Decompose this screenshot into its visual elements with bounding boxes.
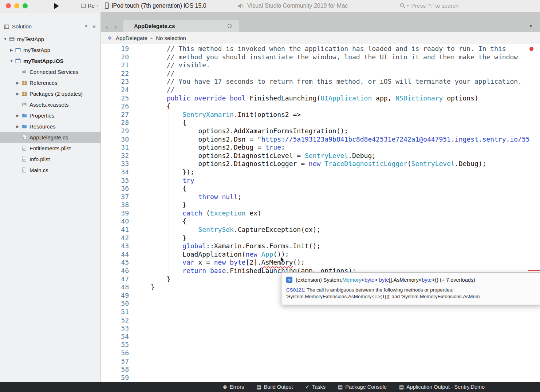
code-line-29[interactable]: 29 options2.AddXamarinFormsIntegration()… — [101, 127, 540, 135]
code-line-44[interactable]: 44 LoadApplication(new App()); — [101, 250, 540, 259]
code-line-36[interactable]: 36 { — [101, 185, 540, 193]
chevron-collapsed-icon[interactable]: ▶ — [15, 92, 21, 96]
code-text: options2.Debug = true; — [129, 143, 285, 152]
build-configuration-selector[interactable]: Re › — [81, 3, 98, 9]
sidebar-item-main-cs[interactable]: #Main.cs — [0, 165, 100, 175]
sidebar-item-entitlements-plist[interactable]: Entitlements.plist — [0, 143, 100, 154]
sidebar-item-packages-2-updates[interactable]: ▶Packages (2 updates) — [0, 88, 100, 99]
code-line-22[interactable]: 22 // — [101, 70, 540, 78]
error-code-link[interactable]: CS0121 — [286, 287, 304, 293]
code-line-38[interactable]: 38 } — [101, 201, 540, 209]
code-line-53[interactable]: 53 — [101, 324, 540, 333]
code-line-40[interactable]: 40 { — [101, 217, 540, 226]
code-line-39[interactable]: 39 catch (Exception ex) — [101, 209, 540, 218]
tab-appdelegate[interactable]: AppDelegate.cs — [123, 20, 239, 32]
code-line-52[interactable]: 52 — [101, 316, 540, 325]
code-line-51[interactable]: 51 — [101, 308, 540, 316]
code-editor[interactable]: 19 // This method is invoked when the ap… — [101, 44, 540, 382]
code-line-25[interactable]: 25 public override bool FinishedLaunchin… — [101, 94, 540, 103]
pin-panel-icon[interactable] — [84, 24, 88, 29]
code-text — [129, 341, 135, 349]
line-number: 49 — [101, 292, 129, 300]
code-line-24[interactable]: 24 // — [101, 86, 540, 94]
project-icon — [15, 47, 21, 53]
code-line-58[interactable]: 58 — [101, 365, 540, 374]
error-text-line1: : The call is ambiguous between the foll… — [304, 287, 453, 293]
close-window-button[interactable] — [6, 3, 11, 8]
device-label: iPod touch (7th generation) iOS 15.0 — [112, 3, 206, 9]
services-icon — [21, 69, 27, 75]
minimize-window-button[interactable] — [14, 3, 19, 8]
sidebar-item-mytestapp[interactable]: ▼myTestApp — [0, 33, 100, 44]
code-line-35[interactable]: 35 try — [101, 177, 540, 185]
zoom-window-button[interactable] — [23, 3, 28, 8]
statusbar-errors[interactable]: ⊗Errors — [223, 384, 244, 390]
sidebar-item-info-plist[interactable]: Info.plist — [0, 154, 100, 165]
line-number: 41 — [101, 226, 129, 234]
code-line-54[interactable]: 54 — [101, 333, 540, 341]
code-text: { — [129, 102, 171, 111]
code-line-33[interactable]: 33 options2.DiagnosticLogger = new Trace… — [101, 160, 540, 168]
chevron-collapsed-icon[interactable]: ▶ — [8, 48, 15, 52]
search-field[interactable]: ▾ Press '^,' to search — [400, 3, 458, 9]
code-line-19[interactable]: 19 // This method is invoked when the ap… — [101, 45, 540, 53]
code-line-59[interactable]: 59 — [101, 374, 540, 382]
sidebar-item-references[interactable]: ▶References — [0, 77, 100, 88]
tab-list-dropdown[interactable]: ▾ — [529, 23, 532, 29]
code-line-45[interactable]: 45 var x = new byte[2].AsMemory(); — [101, 258, 540, 267]
navigate-forward-button[interactable]: › — [114, 23, 117, 30]
code-text: try — [129, 177, 194, 185]
sidebar-item-mytestapp[interactable]: ▶myTestApp — [0, 44, 100, 55]
run-button[interactable] — [54, 3, 59, 9]
code-text: throw null; — [129, 193, 242, 201]
line-number: 51 — [101, 308, 129, 316]
code-line-32[interactable]: 32 options2.DiagnosticLevel = SentryLeve… — [101, 152, 540, 160]
device-selector[interactable]: iPod touch (7th generation) iOS 15.0 — [105, 2, 206, 9]
sidebar-item-connected-services[interactable]: Connected Services — [0, 66, 100, 77]
code-line-23[interactable]: 23 // You have 17 seconds to return from… — [101, 78, 540, 86]
code-line-55[interactable]: 55 — [101, 341, 540, 349]
box-icon — [21, 91, 27, 96]
code-line-20[interactable]: 20 // method you should instantiate the … — [101, 53, 540, 62]
code-text: { — [129, 119, 186, 127]
code-text — [129, 292, 135, 300]
sidebar-item-assets-xcassets[interactable]: Assets.xcassets — [0, 99, 100, 110]
sidebar-item-appdelegate-cs[interactable]: #AppDelegate.cs — [0, 132, 100, 143]
statusbar-application-output[interactable]: ▤Application Output - Sentry.Demo — [399, 384, 485, 390]
code-line-42[interactable]: 42 } — [101, 234, 540, 242]
chevron-collapsed-icon[interactable]: ▶ — [15, 81, 21, 85]
line-number: 32 — [101, 152, 129, 160]
sidebar-item-properties[interactable]: ▶Properties — [0, 110, 100, 121]
chevron-collapsed-icon[interactable]: ▶ — [15, 114, 21, 118]
chevron-expanded-icon[interactable]: ▼ — [8, 59, 15, 63]
line-number: 25 — [101, 94, 129, 103]
statusbar-package-console[interactable]: ▤Package Console — [338, 384, 387, 390]
statusbar-tasks[interactable]: ✓Tasks — [305, 384, 326, 390]
code-line-57[interactable]: 57 — [101, 357, 540, 366]
code-line-41[interactable]: 41 SentrySdk.CaptureException(ex); — [101, 226, 540, 234]
code-line-21[interactable]: 21 // visible. — [101, 61, 540, 70]
navigate-back-button[interactable]: ‹ — [106, 23, 108, 30]
code-line-30[interactable]: 30 options2.Dsn = "https://5a193123a9b84… — [101, 135, 540, 144]
code-line-27[interactable]: 27 SentryXamarin.Init(options2 => — [101, 111, 540, 119]
code-text: } — [129, 201, 186, 209]
close-panel-icon[interactable]: ✕ — [92, 24, 96, 29]
code-line-56[interactable]: 56 — [101, 349, 540, 357]
sidebar-item-resources[interactable]: ▶Resources — [0, 121, 100, 132]
sidebar-item-label: AppDelegate.cs — [29, 134, 68, 140]
plist-icon — [21, 156, 27, 162]
code-line-31[interactable]: 31 options2.Debug = true; — [101, 143, 540, 152]
sidebar-item-mytestapp-ios[interactable]: ▼myTestApp.iOS — [0, 55, 100, 66]
breadcrumb-member[interactable]: No selection — [156, 35, 186, 41]
code-line-43[interactable]: 43 global::Xamarin.Forms.Forms.Init(); — [101, 242, 540, 250]
code-line-37[interactable]: 37 throw null; — [101, 193, 540, 201]
code-line-34[interactable]: 34 }); — [101, 168, 540, 177]
main-area: Solution ✕ ▼myTestApp▶myTestApp▼myTestAp… — [0, 12, 540, 382]
statusbar-build-output[interactable]: ▤Build Output — [256, 384, 293, 390]
line-number: 33 — [101, 160, 129, 168]
code-line-28[interactable]: 28 { — [101, 119, 540, 127]
chevron-expanded-icon[interactable]: ▼ — [2, 37, 8, 41]
chevron-collapsed-icon[interactable]: ▶ — [15, 124, 21, 128]
breadcrumb-scope[interactable]: AppDelegate — [116, 35, 147, 41]
code-line-26[interactable]: 26 { — [101, 102, 540, 111]
